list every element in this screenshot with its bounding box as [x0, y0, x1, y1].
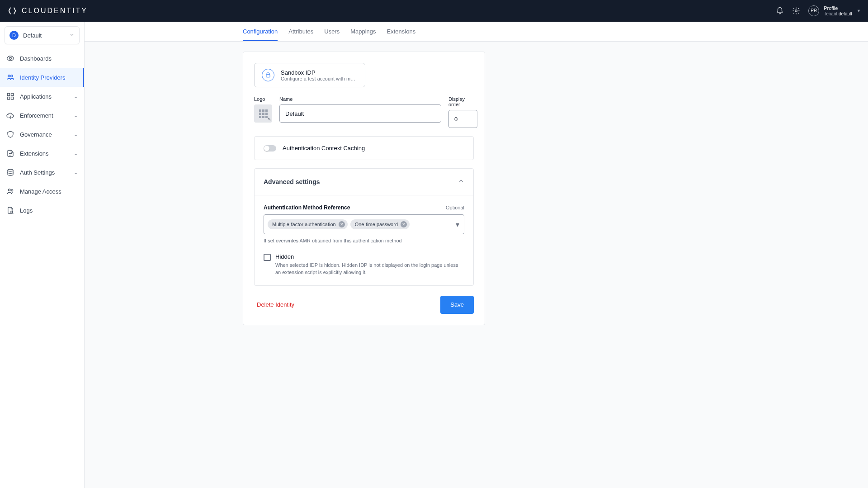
- idp-desc: Configure a test account with mock …: [281, 76, 358, 81]
- chevron-down-icon: ⌄: [74, 94, 78, 99]
- svg-rect-12: [266, 75, 270, 77]
- name-input[interactable]: [279, 104, 441, 123]
- chip-label: Multiple-factor authentication: [272, 222, 336, 227]
- idp-title: Sandbox IDP: [281, 69, 358, 76]
- tab-mappings[interactable]: Mappings: [350, 28, 376, 41]
- profile-menu[interactable]: PR Profile Tenant default ▼: [808, 5, 861, 16]
- chevron-down-icon: [69, 31, 75, 39]
- sidebar-item-identity-providers[interactable]: Identity Providers: [0, 68, 84, 87]
- shield-icon: [6, 130, 14, 138]
- sidebar-item-logs[interactable]: Logs: [0, 201, 84, 220]
- workspace-name: Default: [23, 32, 65, 39]
- sidebar-item-label: Governance: [20, 131, 52, 138]
- svg-point-2: [8, 75, 10, 77]
- svg-point-0: [795, 10, 797, 12]
- tenant-label: Tenant default: [824, 11, 852, 17]
- sidebar-item-manage-access[interactable]: Manage Access: [0, 182, 84, 201]
- chevron-down-icon: ⌄: [74, 151, 78, 156]
- chevron-down-icon: ⌄: [74, 113, 78, 118]
- sidebar-item-dashboards[interactable]: Dashboards: [0, 49, 84, 68]
- amr-select[interactable]: Multiple-factor authentication ✕ One-tim…: [264, 214, 464, 234]
- save-button[interactable]: Save: [440, 296, 474, 314]
- sidebar-item-auth-settings[interactable]: Auth Settings ⌄: [0, 163, 84, 182]
- advanced-settings-header[interactable]: Advanced settings: [255, 169, 473, 195]
- svg-rect-5: [11, 93, 14, 95]
- sidebar-item-label: Auth Settings: [20, 169, 55, 176]
- hidden-label: Hidden: [275, 253, 461, 260]
- sidebar: D Default Dashboards Identity Providers …: [0, 22, 85, 488]
- advanced-title: Advanced settings: [264, 178, 320, 185]
- bell-icon[interactable]: [776, 7, 784, 15]
- workspace-badge: D: [9, 31, 19, 40]
- database-icon: [6, 168, 14, 176]
- tabs-bar: Configuration Attributes Users Mappings …: [85, 22, 868, 42]
- svg-point-9: [9, 189, 11, 191]
- svg-point-10: [11, 190, 13, 191]
- sidebar-item-label: Applications: [20, 93, 52, 100]
- display-order-label: Display order: [448, 96, 477, 107]
- sidebar-item-label: Identity Providers: [20, 74, 65, 81]
- chevron-down-icon: ⌄: [74, 170, 78, 175]
- auth-context-caching-toggle[interactable]: [264, 145, 276, 152]
- sidebar-item-label: Dashboards: [20, 55, 52, 62]
- profile-label: Profile: [824, 5, 852, 11]
- cloud-icon: [6, 111, 14, 119]
- hidden-desc: When selected IDP is hidden. Hidden IDP …: [275, 262, 461, 276]
- sidebar-item-extensions[interactable]: Extensions ⌄: [0, 144, 84, 163]
- display-order-input[interactable]: [448, 110, 477, 128]
- sidebar-item-enforcement[interactable]: Enforcement ⌄: [0, 106, 84, 125]
- idp-summary-box: Sandbox IDP Configure a test account wit…: [254, 63, 365, 87]
- app-header: CLOUDENTITY PR Profile Tenant default ▼: [0, 0, 868, 22]
- delete-identity-link[interactable]: Delete Identity: [254, 301, 294, 308]
- people-icon: [6, 187, 14, 195]
- workspace-selector[interactable]: D Default: [5, 26, 80, 44]
- chevron-down-icon: ⌄: [74, 132, 78, 137]
- sidebar-item-label: Logs: [20, 207, 33, 214]
- chip-label: One-time password: [355, 222, 398, 227]
- main-content: Configuration Attributes Users Mappings …: [85, 22, 868, 488]
- configuration-card: Sandbox IDP Configure a test account wit…: [243, 52, 485, 325]
- logo-upload[interactable]: ✎: [254, 104, 272, 123]
- amr-help-text: If set overwrites AMR obtained from this…: [264, 238, 464, 243]
- document-icon: [6, 149, 14, 157]
- amr-label: Authentication Method Reference: [264, 204, 350, 211]
- amr-chip: Multiple-factor authentication ✕: [268, 219, 348, 229]
- logo-label: Logo: [254, 96, 272, 102]
- amr-optional: Optional: [446, 205, 464, 210]
- sidebar-item-label: Extensions: [20, 150, 49, 157]
- pencil-icon: ✎: [268, 117, 271, 122]
- caret-down-icon: ▼: [857, 9, 861, 13]
- sidebar-item-applications[interactable]: Applications ⌄: [0, 87, 84, 106]
- sidebar-item-label: Enforcement: [20, 112, 53, 119]
- auth-context-caching-label: Authentication Context Caching: [283, 145, 365, 152]
- tab-users[interactable]: Users: [324, 28, 340, 41]
- sidebar-item-governance[interactable]: Governance ⌄: [0, 125, 84, 144]
- gear-icon[interactable]: [792, 7, 800, 15]
- chip-remove-icon[interactable]: ✕: [339, 221, 345, 227]
- amr-chip: One-time password ✕: [350, 219, 410, 229]
- chip-remove-icon[interactable]: ✕: [401, 221, 407, 227]
- apps-grid-icon: [6, 92, 14, 100]
- hidden-checkbox[interactable]: [264, 254, 271, 261]
- sandbox-idp-icon: [262, 69, 274, 81]
- svg-point-3: [11, 75, 13, 77]
- svg-point-11: [11, 211, 13, 213]
- logs-icon: [6, 206, 14, 214]
- tab-extensions[interactable]: Extensions: [387, 28, 416, 41]
- svg-rect-6: [7, 97, 9, 99]
- brand-block: CLOUDENTITY: [7, 6, 88, 16]
- svg-rect-4: [7, 93, 9, 95]
- svg-point-1: [9, 57, 12, 60]
- eye-icon: [6, 54, 14, 62]
- users-icon: [6, 73, 14, 81]
- chevron-up-icon: [458, 178, 464, 186]
- avatar: PR: [808, 5, 819, 16]
- svg-rect-7: [11, 97, 14, 99]
- sidebar-item-label: Manage Access: [20, 188, 61, 195]
- dropdown-caret-icon: ▾: [456, 220, 459, 229]
- placeholder-grid-icon: [259, 109, 268, 118]
- tab-attributes[interactable]: Attributes: [288, 28, 313, 41]
- brand-text: CLOUDENTITY: [22, 7, 88, 15]
- tab-configuration[interactable]: Configuration: [243, 28, 278, 41]
- brand-glyph-icon: [7, 6, 17, 16]
